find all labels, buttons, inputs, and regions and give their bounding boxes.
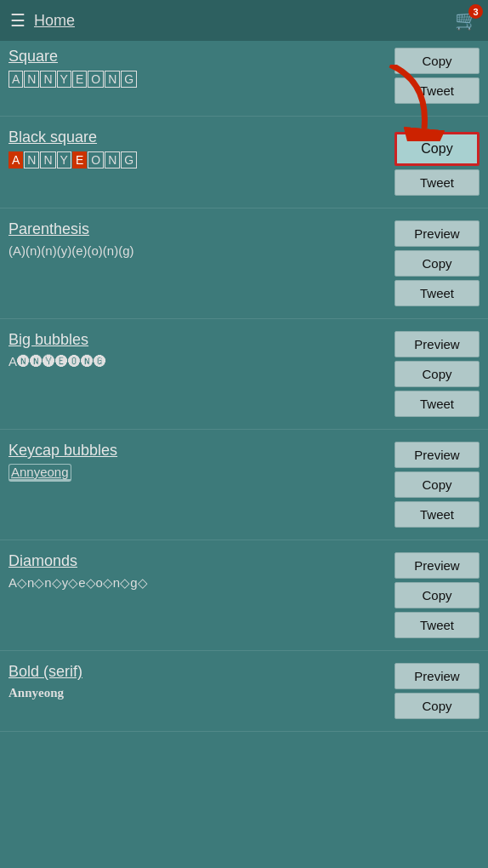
header: ☰ Home 🛒 3 [0,0,488,41]
parenthesis-tweet-button[interactable]: Tweet [394,280,479,306]
section-square-title[interactable]: Square [9,48,386,66]
square-copy-button[interactable]: Copy [394,48,479,74]
home-link[interactable]: Home [34,12,75,30]
black-square-copy-button[interactable]: Copy [394,132,479,166]
square-text: A N N Y E O N G [9,71,137,88]
section-black-square-left: Black square A N N Y E O N G [9,128,394,168]
section-bold-serif-buttons: Preview Copy [394,663,479,719]
diamonds-copy-button[interactable]: Copy [394,582,479,608]
diamonds-preview-button[interactable]: Preview [394,552,479,579]
section-keycap-bubbles-preview: Annyeong [9,465,386,479]
section-bold-serif: Bold (serif) Annyeong Preview Copy [0,651,488,732]
section-big-bubbles-buttons: Preview Copy Tweet [394,331,479,417]
section-bold-serif-title[interactable]: Bold (serif) [9,663,386,681]
black-square-text: A N N Y E O N G [9,151,137,168]
black-square-tweet-button[interactable]: Tweet [394,169,479,196]
big-bubbles-copy-button[interactable]: Copy [394,361,479,387]
section-square-left: Square A N N Y E O N G [9,48,394,88]
bold-serif-preview-button[interactable]: Preview [394,663,479,689]
section-diamonds: Diamonds A◇n◇n◇y◇e◇o◇n◇g◇ Preview Copy T… [0,540,488,651]
section-big-bubbles-title[interactable]: Big bubbles [9,331,386,349]
cart-badge: 3 [468,4,483,19]
section-diamonds-title[interactable]: Diamonds [9,552,386,570]
bold-serif-copy-button[interactable]: Copy [394,693,479,719]
hamburger-icon[interactable]: ☰ [10,10,26,31]
section-parenthesis-left: Parenthesis (A)(n)(n)(y)(e)(o)(n)(g) [9,220,394,258]
section-square-buttons: Copy Tweet [394,48,479,104]
section-black-square-preview: A N N Y E O N G [9,151,386,168]
section-black-square-buttons: Copy Tweet [394,128,479,196]
section-diamonds-left: Diamonds A◇n◇n◇y◇e◇o◇n◇g◇ [9,552,394,591]
parenthesis-preview-button[interactable]: Preview [394,220,479,247]
section-black-square-title[interactable]: Black square [9,128,386,146]
section-big-bubbles: Big bubbles A🅝🅝🅨🅔🅞🅝🅖 Preview Copy Tweet [0,319,488,430]
big-bubbles-tweet-button[interactable]: Tweet [394,391,479,417]
section-keycap-bubbles: Keycap bubbles Annyeong Preview Copy Twe… [0,430,488,540]
section-keycap-bubbles-title[interactable]: Keycap bubbles [9,442,386,460]
section-black-square: Black square A N N Y E O N G [0,117,488,208]
section-diamonds-preview: A◇n◇n◇y◇e◇o◇n◇g◇ [9,575,386,591]
section-bold-serif-preview: Annyeong [9,686,386,700]
section-diamonds-buttons: Preview Copy Tweet [394,552,479,638]
keycap-bubbles-tweet-button[interactable]: Tweet [394,501,479,528]
section-square-preview: A N N Y E O N G [9,71,386,88]
keycap-preview-text: Annyeong [9,464,71,482]
section-keycap-bubbles-buttons: Preview Copy Tweet [394,442,479,528]
square-tweet-button[interactable]: Tweet [394,77,479,104]
section-parenthesis-preview: (A)(n)(n)(y)(e)(o)(n)(g) [9,243,386,258]
section-parenthesis-buttons: Preview Copy Tweet [394,220,479,306]
keycap-bubbles-copy-button[interactable]: Copy [394,471,479,498]
section-parenthesis-title[interactable]: Parenthesis [9,220,386,238]
section-keycap-bubbles-left: Keycap bubbles Annyeong [9,442,394,479]
header-left: ☰ Home [10,10,75,31]
section-square: Square A N N Y E O N G Copy Tweet [0,41,488,117]
parenthesis-copy-button[interactable]: Copy [394,250,479,277]
diamonds-tweet-button[interactable]: Tweet [394,612,479,638]
cart-icon-wrapper[interactable]: 🛒 3 [455,9,478,31]
big-bubbles-preview-button[interactable]: Preview [394,331,479,357]
section-bold-serif-left: Bold (serif) Annyeong [9,663,394,700]
section-big-bubbles-left: Big bubbles A🅝🅝🅨🅔🅞🅝🅖 [9,331,394,368]
section-parenthesis: Parenthesis (A)(n)(n)(y)(e)(o)(n)(g) Pre… [0,208,488,319]
keycap-bubbles-preview-button[interactable]: Preview [394,442,479,468]
section-big-bubbles-preview: A🅝🅝🅨🅔🅞🅝🅖 [9,354,386,368]
